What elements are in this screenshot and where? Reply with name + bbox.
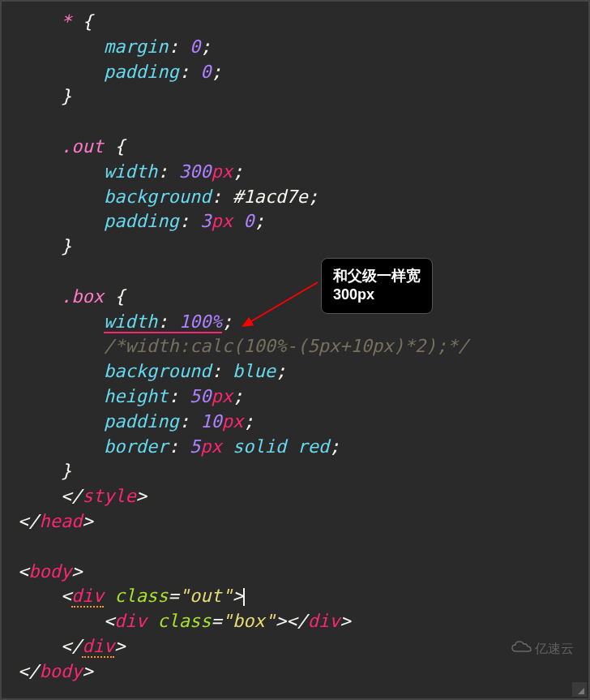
code-line: <body> xyxy=(18,560,572,585)
code-line: .out { xyxy=(18,135,572,160)
code-line: .box { xyxy=(18,285,572,310)
annotation-tooltip: 和父级一样宽 300px xyxy=(321,258,433,314)
code-line: </head> xyxy=(18,509,572,535)
code-line xyxy=(18,260,572,285)
code-editor[interactable]: * { margin: 0; padding: 0; } .out { widt… xyxy=(2,2,588,693)
code-line: </div> xyxy=(18,634,572,659)
cloud-icon xyxy=(511,640,532,658)
text-cursor xyxy=(243,588,245,606)
code-line: </body> xyxy=(18,659,572,685)
code-line: padding: 10px; xyxy=(18,410,572,435)
resize-corner[interactable] xyxy=(572,682,587,697)
code-line: width: 100%; xyxy=(18,310,572,335)
code-line: padding: 3px 0; xyxy=(18,209,572,234)
tooltip-line1: 和父级一样宽 xyxy=(333,267,421,286)
code-line xyxy=(18,110,572,135)
watermark: 亿速云 xyxy=(511,640,574,658)
code-line: background: #1acd7e; xyxy=(18,185,572,210)
code-line: /*width:calc(100%-(5px+10px)*2);*/ xyxy=(18,334,572,359)
code-line: height: 50px; xyxy=(18,384,572,410)
watermark-text: 亿速云 xyxy=(535,641,574,658)
tooltip-line2: 300px xyxy=(333,286,421,304)
code-line: border: 5px solid red; xyxy=(18,435,572,460)
code-line: </style> xyxy=(18,484,572,509)
code-line: background: blue; xyxy=(18,359,572,384)
code-line: } xyxy=(18,459,572,484)
code-line: * { xyxy=(18,10,572,35)
code-line: <div class="out"> xyxy=(18,584,572,609)
code-line: width: 300px; xyxy=(18,160,572,185)
code-line: margin: 0; xyxy=(18,35,572,60)
code-line: } xyxy=(18,234,572,260)
code-line: <div class="box"></div> xyxy=(18,609,572,634)
code-line: } xyxy=(18,84,572,110)
code-line xyxy=(18,535,572,560)
code-line: padding: 0; xyxy=(18,60,572,85)
